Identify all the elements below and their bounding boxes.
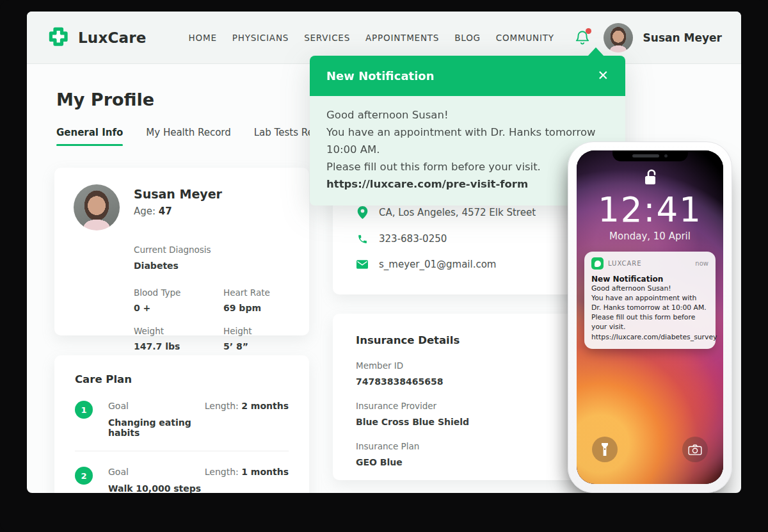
brand-name: LuxCare [78,29,147,46]
tab-health-record[interactable]: My Health Record [146,127,230,146]
popup-pointer [588,47,604,56]
email-icon [356,260,369,269]
popup-title: New Notification [326,69,435,83]
popup-header: New Notification ✕ [310,56,625,96]
vitals-grid: Blood Type 0 + Heart Rate 69 bpm Weight … [134,287,290,351]
profile-age: Age: 47 [134,206,222,217]
stat-weight: Weight 147.7 lbs [134,326,223,351]
flashlight-icon[interactable] [592,437,618,462]
camera-icon[interactable] [682,437,708,462]
care-plan-card: Care Plan 1 Goal Changing eating habits … [54,355,309,493]
goal-number-badge: 2 [75,467,93,485]
main-nav: HOME PHYSICIANS SERVICES APPOINTMENTS BL… [189,33,554,43]
notification-title: New Notification [591,275,708,284]
app-name: LUXCARE [608,260,642,267]
goal-text: Walk 10,000 steps a day [108,483,205,493]
notification-time: now [695,260,708,267]
goal-row-1: 1 Goal Changing eating habits Length: 2 … [75,401,289,438]
phone-date: Monday, 10 April [609,230,691,242]
nav-item-services[interactable]: SERVICES [304,33,350,43]
nav-item-home[interactable]: HOME [189,33,217,43]
nav-item-community[interactable]: COMMUNITY [496,33,554,43]
bell-unread-badge [586,28,591,34]
divider [75,451,289,451]
phone-notch [612,150,688,161]
luxcare-app-icon [591,257,604,270]
phone-notification[interactable]: LUXCARE now New Notification Good aftern… [584,252,716,349]
user-avatar[interactable] [604,23,633,52]
profile-name: Susan Meyer [134,187,222,201]
phone-lockscreen: 12:41 Monday, 10 April LUXCARE now New N… [577,150,723,484]
screenshot-frame: LuxCare HOME PHYSICIANS SERVICES APPOINT… [0,0,768,532]
diabetes-survey-link: https://luxcare.com/diabetes_survey [591,332,708,342]
brand[interactable]: LuxCare [46,24,147,51]
profile-avatar [74,184,120,230]
insurance-card: Insurance Details Member ID 747838384656… [333,314,584,480]
stat-heart-rate: Heart Rate 69 bpm [223,287,290,313]
phone-row: 323-683-0250 [356,233,561,245]
lockscreen-shortcuts [577,437,723,462]
address-row: CA, Los Angeles, 4572 Elk Street [356,206,561,219]
phone-text: 323-683-0250 [379,233,447,245]
care-plan-title: Care Plan [75,373,289,385]
insurance-provider-field: Insurance Provider Blue Cross Blue Shiel… [356,401,561,427]
address-text: CA, Los Angeles, 4572 Elk Street [379,207,536,218]
email-row: s_meyer_01@gmail.com [356,259,561,270]
location-pin-icon [356,206,369,219]
goal-length: Length: 2 months [205,401,289,438]
tab-general-info[interactable]: General Info [56,127,123,146]
member-id-field: Member ID 74783838465658 [356,360,561,387]
app-page: LuxCare HOME PHYSICIANS SERVICES APPOINT… [27,12,741,493]
profile-tabs: General Info My Health Record Lab Tests … [56,127,336,146]
phone-time: 12:41 [598,190,702,229]
nav-item-appointments[interactable]: APPOINTMENTS [365,33,439,43]
notification-bell-icon[interactable] [572,27,593,49]
phone-screen: 12:41 Monday, 10 April LUXCARE now New N… [577,150,723,484]
nav-item-physicians[interactable]: PHYSICIANS [232,33,289,43]
open-padlock-icon [643,168,658,189]
email-text: s_meyer_01@gmail.com [379,259,496,270]
diagnosis-label: Current Diagnosis [134,245,290,255]
nav-item-blog[interactable]: BLOG [454,33,481,43]
page-title: My Profile [56,90,154,109]
phone-front-camera [664,154,668,157]
stat-height: Height 5’ 8” [223,326,290,351]
goal-row-2: 2 Goal Walk 10,000 steps a day Length: 1… [75,467,289,493]
insurance-title: Insurance Details [356,334,561,346]
diagnosis-value: Diabetes [134,261,290,271]
goal-length: Length: 1 months [205,467,289,493]
user-name[interactable]: Susan Meyer [643,31,722,44]
goal-number-badge: 1 [75,401,93,419]
pre-visit-form-link[interactable]: https://luxcare.com/pre-visit-form [326,176,609,193]
profile-card: Susan Meyer Age: 47 Current Diagnosis Di… [54,168,309,335]
phone-speaker [632,154,659,157]
phone-mockup: 12:41 Monday, 10 April LUXCARE now New N… [568,141,732,493]
goal-text: Changing eating habits [108,417,205,438]
stat-blood-type: Blood Type 0 + [134,287,223,313]
phone-icon [356,234,369,245]
luxcare-logo-icon [46,24,70,51]
insurance-plan-field: Insurance Plan GEO Blue [356,441,561,467]
close-icon[interactable]: ✕ [597,69,609,83]
